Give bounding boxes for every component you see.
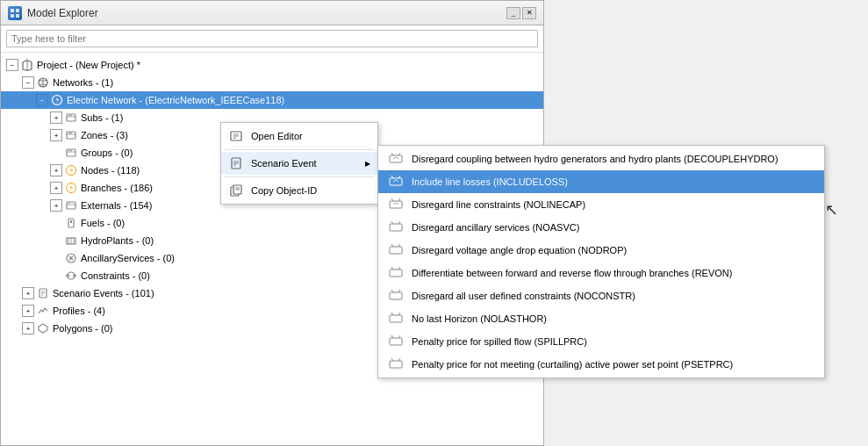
sub-label-6: Disregard all user defined constraints (…	[412, 291, 635, 301]
ctx-scenario-event[interactable]: Scenario Event ▶	[221, 152, 377, 175]
sub-icon-5	[387, 264, 405, 282]
svg-rect-77	[390, 338, 402, 345]
window-title: Model Explorer	[27, 7, 98, 19]
expand-polygons[interactable]: +	[22, 322, 34, 334]
sub-label-2: Disregard line constraints (NOLINECAP)	[412, 199, 585, 210]
tree-item-networks[interactable]: − Networks - (1)	[1, 74, 543, 91]
branches-label: Branches - (186)	[81, 183, 153, 193]
ctx-open-editor[interactable]: Open Editor	[221, 125, 377, 147]
title-bar-left: Model Explorer	[8, 6, 98, 20]
sub-item-9[interactable]: Penalty price for not meeting (curtailin…	[378, 353, 824, 376]
copy-id-icon	[228, 183, 244, 198]
ancillary-label: AncillaryServices - (0)	[81, 253, 175, 263]
networks-label: Networks - (1)	[53, 77, 113, 88]
app-icon	[8, 6, 22, 20]
svg-rect-65	[390, 247, 402, 254]
filter-bar	[1, 25, 543, 53]
sub-label-1: Include line losses (INCLUDELOSS)	[412, 176, 568, 187]
sub-item-2[interactable]: Disregard line constraints (NOLINECAP)	[378, 193, 824, 216]
sub-label-9: Penalty price for not meeting (curtailin…	[412, 359, 733, 370]
polygons-label: Polygons - (0)	[53, 323, 112, 334]
tree-item-electric-network[interactable]: − Electric Network - (ElectricNetwork_IE…	[1, 91, 543, 109]
project-icon	[20, 58, 34, 72]
svg-rect-0	[11, 9, 14, 12]
electric-icon	[50, 93, 64, 107]
submenu: Disregard coupling between hydro generat…	[377, 145, 825, 378]
ctx-copy-label: Copy Object-ID	[251, 185, 317, 196]
subs-icon	[64, 111, 78, 125]
sub-item-5[interactable]: Differentiate between forward and revers…	[378, 262, 824, 284]
svg-rect-56	[390, 178, 402, 185]
expand-externals[interactable]: +	[50, 199, 62, 212]
expand-networks[interactable]: −	[22, 76, 34, 89]
externals-label: Externals - (154)	[81, 200, 152, 211]
expand-scenario[interactable]: +	[22, 287, 34, 299]
constraints-label: Constraints - (0)	[81, 270, 150, 281]
svg-rect-62	[390, 224, 402, 231]
filter-input[interactable]	[6, 30, 538, 47]
profiles-icon	[36, 304, 50, 318]
svg-point-9	[68, 115, 70, 117]
title-bar: Model Explorer _ ✕	[1, 1, 543, 25]
constraints-icon	[64, 269, 78, 283]
fuels-label: Fuels - (0)	[81, 218, 125, 228]
expand-branches[interactable]: +	[50, 182, 62, 194]
sub-item-7[interactable]: No last Horizon (NOLASTHOR)	[378, 307, 824, 330]
sub-icon-6	[387, 287, 405, 305]
svg-point-13	[68, 133, 70, 134]
sub-icon-4	[387, 241, 405, 259]
mouse-cursor: ↖	[825, 200, 842, 219]
expand-subs[interactable]: +	[50, 112, 62, 124]
ctx-copy-id[interactable]: Copy Object-ID	[221, 179, 377, 202]
sub-icon-7	[387, 310, 405, 327]
expand-nodes[interactable]: +	[50, 164, 62, 176]
sub-icon-3	[387, 219, 405, 236]
sub-item-8[interactable]: Penalty price for spilled flow (SPILLPRC…	[378, 330, 824, 353]
scenario-icon	[36, 286, 50, 300]
svg-point-10	[70, 115, 72, 117]
svg-point-18	[70, 150, 72, 152]
sub-item-4[interactable]: Disregard voltage angle drop equation (N…	[378, 239, 824, 262]
tree-item-project[interactable]: − Project - (New Project) *	[1, 56, 543, 74]
submenu-arrow: ▶	[365, 160, 370, 168]
sub-item-1[interactable]: Include line losses (INCLUDELOSS)	[378, 170, 824, 193]
svg-rect-1	[16, 9, 19, 12]
sub-icon-0	[387, 150, 405, 168]
sub-icon-1	[387, 173, 405, 191]
project-label: Project - (New Project) *	[37, 60, 140, 70]
open-editor-icon	[228, 128, 244, 144]
externals-icon	[64, 198, 78, 212]
sub-label-3: Disregard ancillary services (NOASVC)	[412, 222, 579, 233]
svg-point-23	[68, 203, 70, 205]
hydroplants-icon	[64, 234, 78, 248]
electric-network-label: Electric Network - (ElectricNetwork_IEEE…	[67, 95, 284, 105]
svg-rect-2	[11, 14, 14, 18]
sub-icon-2	[387, 196, 405, 213]
sub-icon-8	[387, 333, 405, 350]
fuels-icon	[64, 216, 78, 230]
svg-rect-21	[67, 202, 75, 209]
scenario-event-icon	[228, 155, 244, 171]
sub-item-6[interactable]: Disregard all user defined constraints (…	[378, 284, 824, 307]
zones-icon	[64, 128, 78, 142]
svg-rect-71	[390, 292, 402, 299]
minimize-button[interactable]: _	[506, 7, 520, 19]
sub-item-0[interactable]: Disregard coupling between hydro generat…	[378, 147, 824, 170]
sub-label-8: Penalty price for spilled flow (SPILLPRC…	[412, 336, 587, 347]
expand-zones[interactable]: +	[50, 129, 62, 141]
close-button[interactable]: ✕	[522, 7, 536, 19]
svg-rect-74	[390, 315, 402, 322]
svg-marker-40	[39, 324, 47, 333]
ancillary-icon	[64, 251, 78, 265]
svg-point-14	[70, 133, 72, 134]
sub-item-3[interactable]: Disregard ancillary services (NOASVC)	[378, 216, 824, 239]
scenario-events-label: Scenario Events - (101)	[53, 288, 154, 299]
svg-rect-68	[390, 270, 402, 277]
zones-label: Zones - (3)	[81, 130, 128, 140]
expand-electric[interactable]: −	[36, 94, 48, 106]
svg-rect-80	[390, 361, 402, 368]
hydroplants-label: HydroPlants - (0)	[81, 235, 154, 246]
svg-rect-53	[390, 155, 402, 162]
expand-profiles[interactable]: +	[22, 305, 34, 317]
expand-project[interactable]: −	[6, 59, 18, 71]
